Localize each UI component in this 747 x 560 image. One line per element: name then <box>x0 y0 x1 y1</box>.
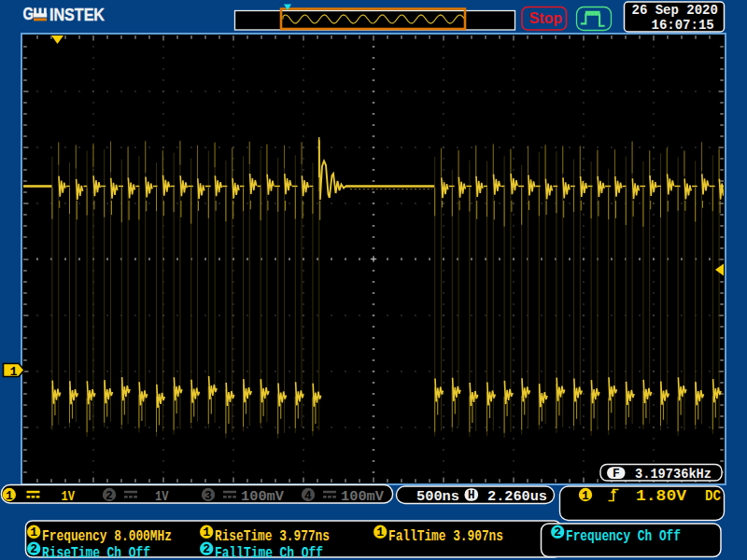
svg-text:1: 1 <box>203 525 210 539</box>
svg-text:100mV: 100mV <box>241 489 284 505</box>
svg-text:1V: 1V <box>62 489 76 505</box>
svg-text:1: 1 <box>10 365 18 379</box>
svg-text:Frequency Ch Off: Frequency Ch Off <box>566 527 681 545</box>
svg-text:16:07:15: 16:07:15 <box>652 18 714 33</box>
svg-text:2: 2 <box>106 489 113 503</box>
svg-text:500ns: 500ns <box>416 489 459 505</box>
svg-text:Frequency 8.000MHz: Frequency 8.000MHz <box>42 527 172 545</box>
svg-text:H: H <box>468 489 475 502</box>
svg-text:FallTime 3.907ns: FallTime 3.907ns <box>388 527 503 545</box>
svg-text:4: 4 <box>304 489 312 503</box>
svg-text:26 Sep 2020: 26 Sep 2020 <box>632 3 718 18</box>
svg-text:2: 2 <box>554 525 561 539</box>
svg-text:1: 1 <box>376 525 384 539</box>
svg-text:F: F <box>613 467 620 481</box>
svg-text:100mV: 100mV <box>341 489 384 505</box>
svg-text:G: G <box>23 5 34 23</box>
svg-text:1V: 1V <box>155 489 169 505</box>
svg-text:3: 3 <box>204 489 212 503</box>
svg-text:2.260us: 2.260us <box>487 489 547 505</box>
svg-text:FallTime Ch Off: FallTime Ch Off <box>215 544 323 560</box>
svg-text:3.19736kHz: 3.19736kHz <box>635 467 712 482</box>
svg-text:INSTEK: INSTEK <box>49 6 105 24</box>
svg-text:2: 2 <box>203 542 210 556</box>
svg-text:1: 1 <box>582 489 589 503</box>
svg-text:Stop: Stop <box>529 10 563 26</box>
svg-text:2: 2 <box>30 542 37 556</box>
svg-text:1: 1 <box>6 489 13 503</box>
svg-text:RiseTime 3.977ns: RiseTime 3.977ns <box>215 527 330 545</box>
svg-text:DC: DC <box>705 487 721 505</box>
svg-text:1.80V: 1.80V <box>636 487 686 505</box>
svg-text:1: 1 <box>30 525 37 539</box>
svg-text:RiseTime Ch Off: RiseTime Ch Off <box>42 544 150 560</box>
